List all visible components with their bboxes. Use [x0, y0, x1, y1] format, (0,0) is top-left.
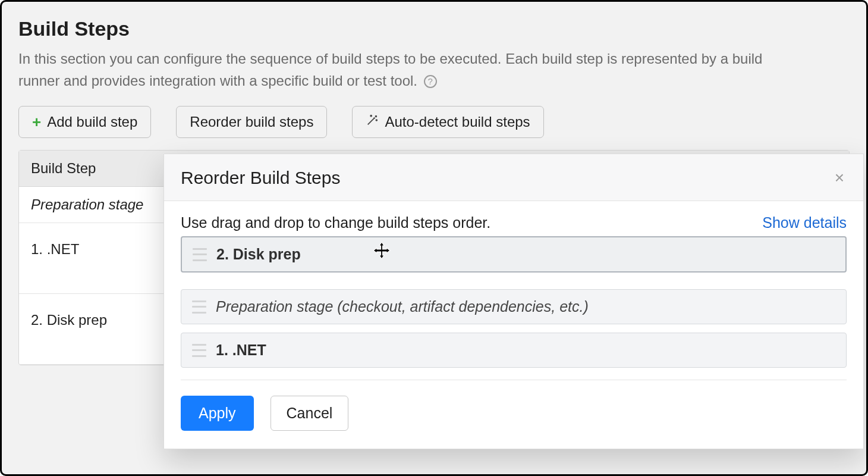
drag-item-label: Preparation stage (checkout, artifact de… — [216, 298, 589, 315]
wand-icon — [366, 114, 379, 130]
dialog-hint-row: Use drag and drop to change build steps … — [181, 214, 847, 231]
show-details-link[interactable]: Show details — [762, 214, 847, 231]
svg-marker-3 — [373, 242, 390, 259]
dialog-body: Use drag and drop to change build steps … — [164, 201, 863, 380]
drag-item-label: 1. .NET — [216, 342, 266, 359]
drag-item-label: 2. Disk prep — [216, 246, 301, 263]
toolbar: + Add build step Reorder build steps Aut… — [18, 106, 850, 138]
cancel-button[interactable]: Cancel — [271, 396, 349, 431]
drag-item[interactable]: 2. Disk prep — [181, 236, 847, 273]
move-cursor-icon — [372, 241, 391, 264]
auto-detect-build-steps-button[interactable]: Auto-detect build steps — [352, 106, 543, 138]
svg-point-2 — [371, 115, 372, 117]
build-steps-panel: Build Steps In this section you can conf… — [0, 0, 868, 476]
page-description-text: In this section you can configure the se… — [18, 51, 762, 89]
drag-list: 2. Disk prep Preparation stage (checkout… — [181, 236, 847, 368]
help-icon[interactable]: ? — [424, 75, 437, 88]
dialog-header: Reorder Build Steps × — [164, 154, 863, 201]
dialog-footer: Apply Cancel — [164, 396, 863, 449]
svg-point-1 — [376, 120, 378, 121]
drag-item[interactable]: Preparation stage (checkout, artifact de… — [181, 289, 847, 324]
grip-icon — [193, 248, 207, 261]
drag-item[interactable]: 1. .NET — [181, 333, 847, 368]
close-icon[interactable]: × — [832, 167, 847, 189]
page-title: Build Steps — [18, 17, 850, 40]
apply-button[interactable]: Apply — [181, 396, 254, 431]
dialog-divider — [181, 380, 847, 380]
dialog-title: Reorder Build Steps — [181, 168, 340, 188]
add-build-step-label: Add build step — [47, 114, 137, 130]
reorder-build-steps-label: Reorder build steps — [190, 114, 313, 130]
dialog-hint: Use drag and drop to change build steps … — [181, 214, 490, 231]
svg-point-0 — [376, 116, 377, 117]
page-description: In this section you can configure the se… — [18, 48, 779, 92]
plus-icon: + — [32, 114, 41, 130]
auto-detect-label: Auto-detect build steps — [385, 114, 530, 130]
add-build-step-button[interactable]: + Add build step — [18, 106, 151, 138]
reorder-build-steps-button[interactable]: Reorder build steps — [176, 106, 327, 138]
grip-icon — [192, 344, 206, 357]
grip-icon — [192, 300, 206, 314]
reorder-dialog: Reorder Build Steps × Use drag and drop … — [163, 154, 864, 449]
